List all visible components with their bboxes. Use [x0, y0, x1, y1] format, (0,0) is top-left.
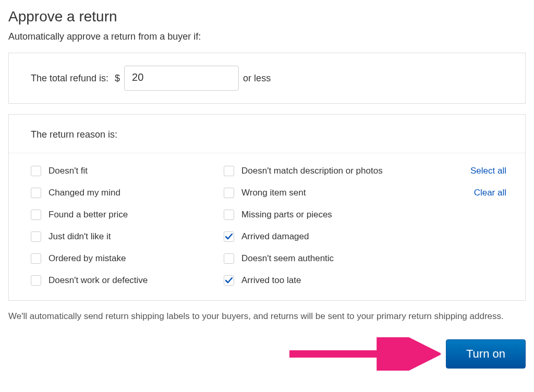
- refund-amount-input[interactable]: [124, 66, 239, 91]
- reason-checkbox-not-authentic[interactable]: [224, 253, 234, 264]
- reasons-body: Doesn't fitChanged my mindFound a better…: [9, 153, 525, 300]
- reason-label-changed-mind: Changed my mind: [48, 188, 120, 198]
- reason-item-ordered-mistake: Ordered by mistake: [31, 253, 208, 264]
- reason-item-changed-mind: Changed my mind: [31, 188, 208, 198]
- reason-checkbox-arrived-damaged[interactable]: [224, 231, 234, 242]
- turn-on-button[interactable]: Turn on: [446, 339, 526, 369]
- page-title: Approve a return: [8, 8, 526, 25]
- return-reasons-panel: The return reason is: Doesn't fitChanged…: [8, 114, 526, 301]
- reason-label-doesnt-fit: Doesn't fit: [48, 166, 88, 176]
- action-row: Turn on: [8, 337, 526, 371]
- reason-label-defective: Doesn't work or defective: [48, 275, 148, 286]
- reason-checkbox-better-price[interactable]: [31, 210, 41, 220]
- reason-checkbox-missing-parts[interactable]: [224, 210, 234, 220]
- reason-label-arrived-damaged: Arrived damaged: [241, 231, 309, 242]
- reasons-column-1: Doesn't fitChanged my mindFound a better…: [31, 166, 208, 286]
- reason-label-ordered-mistake: Ordered by mistake: [48, 253, 126, 264]
- reason-item-not-authentic: Doesn't seem authentic: [224, 253, 401, 264]
- reasons-column-2: Doesn't match description or photosWrong…: [224, 166, 401, 286]
- refund-label-after: or less: [243, 73, 271, 84]
- reason-item-wrong-item: Wrong item sent: [224, 188, 401, 198]
- reason-item-defective: Doesn't work or defective: [31, 275, 208, 286]
- footer-note: We'll automatically send return shipping…: [8, 311, 526, 322]
- reason-label-arrived-late: Arrived too late: [241, 275, 301, 286]
- reason-checkbox-wrong-item[interactable]: [224, 188, 234, 198]
- currency-symbol: $: [115, 73, 120, 84]
- reason-label-missing-parts: Missing parts or pieces: [241, 210, 332, 220]
- refund-label-before: The total refund is:: [31, 73, 108, 84]
- reason-label-not-authentic: Doesn't seem authentic: [241, 253, 334, 264]
- select-all-link[interactable]: Select all: [470, 166, 506, 176]
- reasons-bulk-links: Select all Clear all: [470, 166, 506, 286]
- reason-label-wrong-item: Wrong item sent: [241, 188, 306, 198]
- reason-checkbox-arrived-late[interactable]: [224, 275, 234, 286]
- reason-item-doesnt-fit: Doesn't fit: [31, 166, 208, 176]
- reason-item-arrived-late: Arrived too late: [224, 275, 401, 286]
- refund-row: The total refund is: $ or less: [31, 66, 503, 91]
- reason-checkbox-defective[interactable]: [31, 275, 41, 286]
- reason-item-arrived-damaged: Arrived damaged: [224, 231, 401, 242]
- reason-checkbox-ordered-mistake[interactable]: [31, 253, 41, 264]
- reason-checkbox-doesnt-fit[interactable]: [31, 166, 41, 176]
- reason-item-better-price: Found a better price: [31, 210, 208, 220]
- reason-checkbox-changed-mind[interactable]: [31, 188, 41, 198]
- annotation-arrow-icon: [284, 337, 441, 371]
- reason-label-didnt-like: Just didn't like it: [48, 231, 111, 242]
- reason-item-missing-parts: Missing parts or pieces: [224, 210, 401, 220]
- reason-item-no-match: Doesn't match description or photos: [224, 166, 401, 176]
- reason-label-better-price: Found a better price: [48, 210, 128, 220]
- reason-item-didnt-like: Just didn't like it: [31, 231, 208, 242]
- reason-checkbox-didnt-like[interactable]: [31, 231, 41, 242]
- clear-all-link[interactable]: Clear all: [470, 188, 506, 198]
- refund-threshold-panel: The total refund is: $ or less: [8, 53, 526, 104]
- reasons-header: The return reason is:: [9, 115, 525, 153]
- reason-label-no-match: Doesn't match description or photos: [241, 166, 383, 176]
- page-subtitle: Automatically approve a return from a bu…: [8, 31, 526, 42]
- reason-checkbox-no-match[interactable]: [224, 166, 234, 176]
